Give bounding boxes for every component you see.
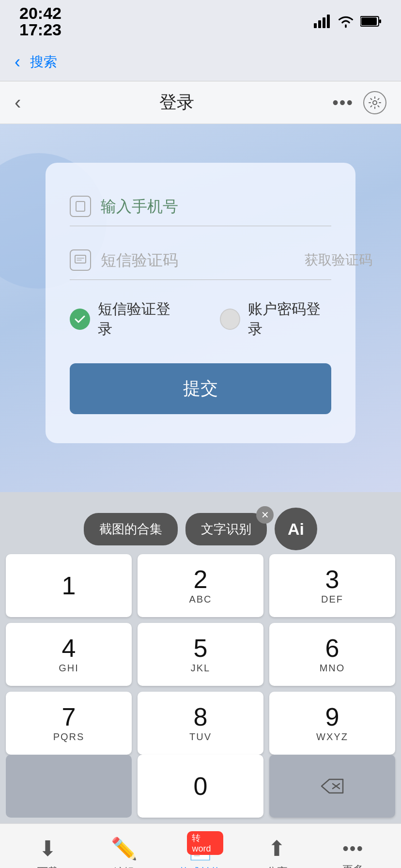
phone-field-row — [70, 187, 331, 226]
phone-field-group — [70, 187, 331, 226]
phone-divider — [70, 226, 331, 226]
numeric-keyboard: 截图的合集 文字识别 ✕ Ai 1 2 ABC 3 DEF 4 GHI 5 JK — [0, 492, 401, 823]
key-4[interactable]: 4 GHI — [6, 623, 132, 686]
settings-icon[interactable] — [363, 91, 386, 114]
nav-label-convert: 格式转换 — [179, 865, 222, 868]
key-9-number: 9 — [325, 704, 339, 729]
sms-login-label: 短信验证登录 — [98, 299, 181, 339]
key-9-letters: WXYZ — [316, 731, 348, 743]
nav-item-share[interactable]: ⬆ 分享 — [239, 836, 315, 868]
signal-icon — [314, 15, 331, 28]
browser-back-arrow[interactable]: ‹ — [15, 52, 20, 72]
phone-input[interactable] — [101, 198, 331, 216]
key-6-letters: MNO — [320, 663, 345, 674]
status-time2: 17:23 — [19, 21, 62, 38]
key-3-number: 3 — [325, 567, 339, 592]
key-5-letters: JKL — [191, 663, 210, 674]
nav-back-button[interactable]: ‹ — [15, 92, 21, 113]
sms-field-group: 获取验证码 — [70, 241, 331, 280]
key-4-letters: GHI — [59, 663, 79, 674]
password-login-option[interactable]: 账户密码登录 — [220, 299, 331, 339]
nav-item-download[interactable]: ⬇ 下载 — [10, 836, 86, 868]
key-2-number: 2 — [194, 567, 208, 592]
get-code-button[interactable]: 获取验证码 — [305, 251, 372, 269]
key-7[interactable]: 7 PQRS — [6, 692, 132, 755]
svg-rect-6 — [379, 19, 381, 23]
key-0[interactable]: 0 — [138, 755, 263, 818]
key-6-number: 6 — [325, 636, 339, 661]
key-7-number: 7 — [62, 704, 76, 729]
password-login-radio — [220, 309, 240, 330]
wifi-icon — [337, 15, 355, 28]
nav-actions: ••• — [332, 91, 386, 114]
key-8[interactable]: 8 TUV — [138, 692, 263, 755]
key-1-number: 1 — [62, 573, 76, 598]
edit-icon: ✏️ — [111, 836, 138, 861]
key-8-letters: TUV — [189, 731, 212, 743]
delete-button[interactable] — [269, 755, 395, 818]
screenshot-collection-button[interactable]: 截图的合集 — [84, 513, 178, 545]
content-area: 获取验证码 短信验证登录 账户密码登录 提交 — [0, 124, 401, 492]
convert-icon-wrap: 📄 转word — [187, 836, 214, 861]
key-3-letters: DEF — [321, 594, 343, 605]
status-icons — [314, 15, 382, 28]
share-icon: ⬆ — [268, 836, 286, 861]
keyboard-toolbar: 截图的合集 文字识别 ✕ Ai — [0, 500, 401, 554]
sms-login-radio-selected — [70, 309, 90, 330]
key-7-letters: PQRS — [53, 731, 85, 743]
keyboard-grid: 1 2 ABC 3 DEF 4 GHI 5 JKL 6 MNO 7 PQRS — [0, 554, 401, 755]
password-login-label: 账户密码登录 — [248, 299, 331, 339]
submit-button[interactable]: 提交 — [70, 363, 331, 414]
status-bar: 20:42 17:23 — [0, 0, 401, 43]
key-0-number: 0 — [194, 774, 208, 799]
browser-search-text[interactable]: 搜索 — [30, 53, 57, 71]
key-4-number: 4 — [62, 636, 76, 661]
key-2[interactable]: 2 ABC — [138, 554, 263, 617]
svg-rect-2 — [323, 17, 325, 28]
text-recognition-button[interactable]: 文字识别 — [185, 513, 267, 545]
sms-field-row: 获取验证码 — [70, 241, 331, 279]
sms-input[interactable] — [101, 251, 295, 269]
login-type-row: 短信验证登录 账户密码登录 — [70, 299, 331, 339]
sms-divider — [70, 279, 331, 280]
backspace-icon — [320, 777, 345, 795]
phone-icon — [70, 196, 91, 217]
key-6[interactable]: 6 MNO — [269, 623, 395, 686]
key-8-number: 8 — [194, 704, 208, 729]
close-icon[interactable]: ✕ — [256, 506, 274, 524]
keyboard-bottom-row: 0 — [0, 755, 401, 823]
sms-login-option[interactable]: 短信验证登录 — [70, 299, 181, 339]
sms-icon — [70, 249, 91, 271]
ai-button[interactable]: Ai — [275, 508, 317, 550]
browser-bar: ‹ 搜索 — [0, 43, 401, 81]
nav-label-share: 分享 — [266, 865, 288, 868]
status-time1: 20:42 — [19, 5, 62, 21]
login-card: 获取验证码 短信验证登录 账户密码登录 提交 — [46, 163, 355, 443]
key-empty — [6, 755, 132, 818]
svg-rect-8 — [76, 202, 85, 211]
svg-rect-9 — [75, 255, 86, 263]
download-icon: ⬇ — [39, 836, 57, 861]
more-options-button[interactable]: ••• — [332, 93, 354, 113]
key-2-letters: ABC — [189, 594, 212, 605]
svg-point-7 — [373, 101, 377, 105]
page-title: 登录 — [159, 91, 194, 114]
key-5-number: 5 — [194, 636, 208, 661]
svg-rect-3 — [327, 15, 330, 28]
nav-item-convert[interactable]: 📄 转word 格式转换 — [162, 836, 239, 868]
nav-label-download: 下载 — [37, 865, 59, 868]
more-icon: ••• — [342, 838, 364, 859]
nav-bar: ‹ 登录 ••• — [0, 81, 401, 124]
convert-badge: 转word — [187, 831, 223, 855]
nav-label-edit: 编辑 — [113, 865, 135, 868]
svg-rect-0 — [314, 23, 317, 28]
nav-item-more[interactable]: ••• 更多 — [315, 838, 391, 868]
svg-rect-1 — [318, 20, 321, 28]
nav-item-edit[interactable]: ✏️ 编辑 — [86, 836, 163, 868]
battery-icon — [360, 16, 382, 27]
bottom-nav: ⬇ 下载 ✏️ 编辑 📄 转word 格式转换 ⬆ 分享 ••• 更多 — [0, 823, 401, 868]
key-1[interactable]: 1 — [6, 554, 132, 617]
key-5[interactable]: 5 JKL — [138, 623, 263, 686]
key-3[interactable]: 3 DEF — [269, 554, 395, 617]
key-9[interactable]: 9 WXYZ — [269, 692, 395, 755]
